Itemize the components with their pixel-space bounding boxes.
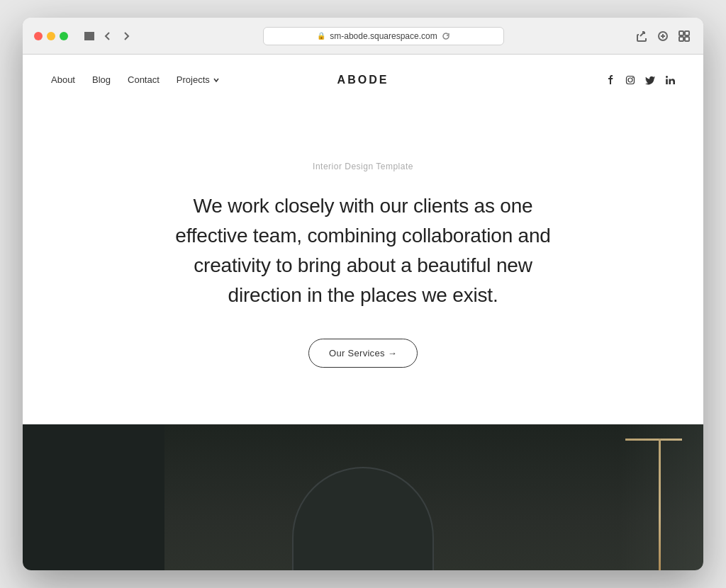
site-wrapper: About Blog Contact Projects ABODE [23, 55, 703, 570]
minimize-button[interactable] [47, 32, 55, 40]
browser-right-controls [634, 28, 692, 44]
forward-button[interactable] [119, 29, 133, 43]
browser-content: About Blog Contact Projects ABODE [23, 55, 703, 570]
address-bar-container: 🔒 sm-abode.squarespace.com [142, 27, 625, 45]
nav-controls [82, 29, 133, 43]
reload-icon[interactable] [442, 32, 450, 40]
site-nav: About Blog Contact Projects ABODE [23, 55, 703, 105]
hero-section: Interior Design Template We work closely… [23, 105, 703, 424]
svg-rect-7 [685, 31, 689, 35]
window-light [618, 424, 703, 570]
browser-chrome: 🔒 sm-abode.squarespace.com [23, 18, 703, 55]
address-bar[interactable]: 🔒 sm-abode.squarespace.com [263, 27, 504, 45]
nav-right [605, 75, 675, 85]
share-button[interactable] [634, 28, 649, 44]
lock-icon: 🔒 [317, 32, 325, 40]
svg-rect-9 [685, 37, 689, 41]
linkedin-icon[interactable] [665, 75, 675, 85]
sidebar-toggle-button[interactable] [82, 29, 96, 43]
chair-illustration [65, 566, 157, 570]
nav-blog[interactable]: Blog [92, 74, 111, 85]
left-wall [23, 424, 164, 570]
svg-rect-1 [85, 35, 94, 37]
instagram-icon[interactable] [625, 75, 635, 85]
url-text: sm-abode.squarespace.com [330, 31, 437, 41]
chevron-down-icon [213, 77, 220, 84]
nav-projects-dropdown[interactable]: Projects [177, 74, 220, 85]
traffic-lights [34, 32, 68, 40]
hero-headline: We work closely with our clients as one … [172, 191, 554, 310]
twitter-icon[interactable] [645, 75, 655, 85]
svg-rect-6 [679, 31, 683, 35]
nav-center: ABODE [337, 74, 389, 86]
nav-contact[interactable]: Contact [128, 74, 160, 85]
new-tab-button[interactable] [655, 28, 671, 44]
hero-subtitle: Interior Design Template [313, 162, 413, 171]
back-button[interactable] [101, 29, 115, 43]
nav-about[interactable]: About [51, 74, 75, 85]
browser-window: 🔒 sm-abode.squarespace.com [23, 18, 703, 570]
facebook-icon[interactable] [605, 75, 615, 85]
svg-rect-8 [679, 37, 683, 41]
arch-shape [292, 467, 434, 570]
cta-button[interactable]: Our Services → [308, 339, 418, 368]
svg-rect-0 [85, 33, 94, 34]
svg-point-12 [632, 77, 634, 78]
room-illustration [23, 424, 703, 570]
svg-rect-2 [85, 38, 94, 40]
browser-content-wrapper: About Blog Contact Projects ABODE [23, 55, 703, 570]
close-button[interactable] [34, 32, 43, 40]
svg-point-11 [628, 78, 632, 82]
site-logo[interactable]: ABODE [337, 74, 389, 86]
maximize-button[interactable] [60, 32, 68, 40]
dark-image-section [23, 424, 703, 570]
nav-left: About Blog Contact Projects [51, 74, 220, 85]
tabs-button[interactable] [676, 28, 692, 44]
